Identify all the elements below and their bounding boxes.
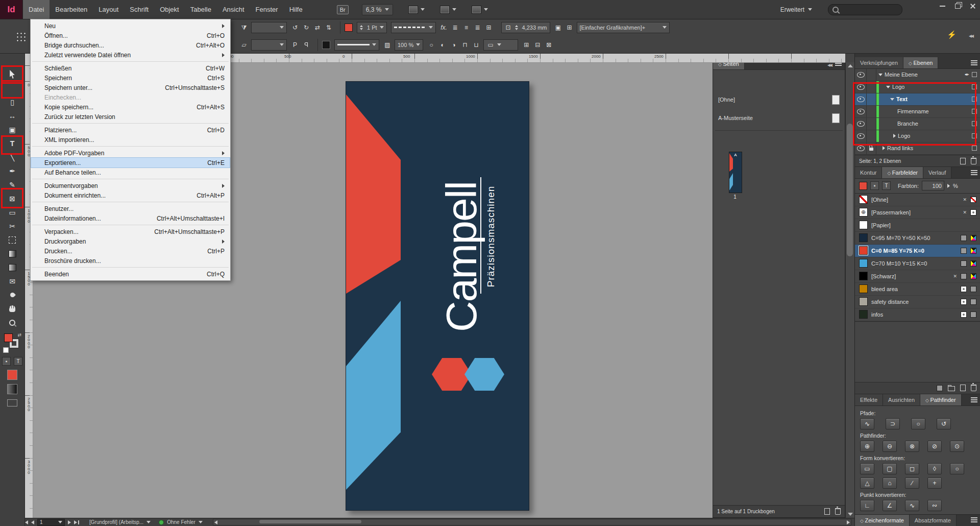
hand-tool[interactable]	[0, 302, 24, 316]
convert-plain-point-button[interactable]: ∟	[860, 500, 874, 511]
default-fill-stroke-icon[interactable]	[3, 347, 9, 353]
zoom-level-select[interactable]: 6,3 %	[362, 4, 394, 15]
distribute-icon[interactable]: ⊞	[485, 23, 493, 32]
free-transform-tool[interactable]	[0, 233, 24, 247]
bridge-button[interactable]: Br	[337, 5, 349, 14]
object-style-select[interactable]: [Einfacher Grafikrahmen]+	[577, 22, 670, 33]
chevron-down-icon[interactable]	[199, 521, 203, 523]
menu-hilfe[interactable]: Hilfe	[284, 0, 308, 19]
tab-farbfelder[interactable]: Farbfelder	[882, 167, 923, 178]
tint-field[interactable]: 100	[922, 181, 944, 190]
opacity-field[interactable]: 100 %	[395, 39, 423, 51]
menu-bearbeiten[interactable]: Bearbeiten	[50, 0, 93, 19]
horizontal-scroll-thumb[interactable]	[259, 520, 361, 523]
file-menu-item-zurueck-zur-letzten-version[interactable]: Zurück zur letzten Version	[31, 112, 230, 122]
shear-angle-select[interactable]	[251, 22, 287, 33]
tab-zeichenformate[interactable]: Zeichenformate	[855, 515, 910, 526]
stroke-style-select[interactable]	[334, 39, 379, 51]
close-path-button[interactable]: ○	[911, 418, 925, 429]
formatting-affects-text-button[interactable]: T	[882, 181, 891, 190]
file-menu-item-dokumentvorgaben[interactable]: Dokumentvorgaben	[31, 181, 230, 190]
restore-button[interactable]	[950, 0, 965, 12]
convert-smooth-point-button[interactable]: ∿	[905, 500, 919, 511]
horizontal-scrollbar[interactable]	[213, 519, 851, 525]
master-page-icon[interactable]	[832, 95, 840, 105]
last-page-button[interactable]	[74, 520, 79, 524]
fill-proxy-icon[interactable]	[4, 333, 13, 342]
formatting-affects-container-button[interactable]: ▪	[2, 357, 11, 366]
convert-to-ellipse-button[interactable]: ○	[950, 463, 964, 474]
convert-frame-icon[interactable]: ⊠	[545, 41, 553, 49]
swatch-row-blue[interactable]: C=70 M=10 Y=15 K=0	[855, 257, 980, 270]
search-input[interactable]	[828, 4, 902, 15]
rotate-ccw-icon[interactable]: ↺	[291, 23, 299, 32]
pen-tool[interactable]: ✒	[0, 164, 24, 178]
target-square-icon[interactable]	[972, 72, 977, 77]
convert-to-orthogonal-line-button[interactable]: +	[927, 477, 942, 489]
swatch-row-safety-distance[interactable]: safety distance	[855, 296, 980, 308]
collapse-panel-icon[interactable]: ◂◂	[969, 32, 973, 39]
convert-corner-point-button[interactable]: ∠	[883, 500, 897, 511]
arrange-documents-control[interactable]	[472, 6, 488, 14]
rotate-cw-icon[interactable]: ↻	[302, 23, 310, 32]
apply-color-button[interactable]	[7, 370, 17, 380]
file-menu-item-exportieren[interactable]: Exportieren...Ctrl+E	[31, 158, 230, 168]
scroll-down-icon[interactable]	[848, 513, 853, 516]
master-page-icon[interactable]	[832, 113, 840, 123]
file-menu-item-adobe-pdf-vorgaben[interactable]: Adobe PDF-Vorgaben	[31, 148, 230, 158]
blend-multiply-icon[interactable]: ◐	[438, 41, 447, 49]
panel-menu-icon[interactable]	[971, 60, 977, 65]
tab-ausrichten[interactable]: Ausrichten	[883, 394, 920, 405]
menu-schrift[interactable]: Schrift	[124, 0, 154, 19]
swatch-row-infos[interactable]: infos	[855, 308, 980, 321]
file-menu-item-xml-importieren[interactable]: XML importieren...	[31, 135, 230, 145]
pathfinder-exclude-overlap-button[interactable]: ⊘	[927, 441, 942, 452]
file-menu-item-zuletzt-verwendete[interactable]: Zuletzt verwendete Datei öffnen	[31, 50, 230, 60]
scissors-tool[interactable]: ✂	[0, 219, 24, 233]
file-menu-item-dateiinformationen[interactable]: Dateiinformationen...Ctrl+Alt+Umschaltta…	[31, 213, 230, 223]
eyedropper-tool[interactable]	[0, 288, 24, 302]
tab-effekte[interactable]: Effekte	[855, 394, 883, 405]
expand-arrow-icon[interactable]	[878, 74, 883, 76]
tab-ebenen[interactable]: Ebenen	[903, 57, 938, 68]
target-square-icon[interactable]	[972, 146, 977, 151]
stroke-color-swatch[interactable]	[322, 41, 330, 49]
page-thumbnail[interactable]: A	[729, 152, 742, 193]
align-right-icon[interactable]: ≣	[474, 23, 482, 32]
master-page-row[interactable]: [Ohne]	[713, 93, 845, 106]
swatch-row-papier[interactable]: [Papier]	[855, 219, 980, 232]
tab-pathfinder[interactable]: Pathfinder	[920, 394, 962, 405]
file-menu-item-auf-behance-teilen[interactable]: Auf Behance teilen...	[31, 168, 230, 177]
drop-shadow-icon[interactable]: ◑	[450, 41, 458, 49]
tab-verknuepfungen[interactable]: Verknüpfungen	[855, 57, 903, 68]
file-menu-item-broschuere-drucken[interactable]: Broschüre drucken...	[31, 256, 230, 266]
tagline-text[interactable]: Präzisionsmaschinen	[485, 175, 497, 298]
tab-kontur[interactable]: Kontur	[855, 167, 882, 178]
flip-horizontal-icon[interactable]: ⇄	[313, 23, 322, 32]
gradient-feather-tool[interactable]	[0, 260, 24, 274]
page-number-label[interactable]: 1	[729, 194, 741, 200]
tab-verlauf[interactable]: Verlauf	[923, 167, 951, 178]
formatting-affects-container-button[interactable]: ▪	[870, 181, 879, 190]
view-options-control[interactable]	[408, 6, 425, 14]
layer-row-meine-ebene[interactable]: Meine Ebene ✒	[855, 69, 980, 81]
scroll-left-icon[interactable]	[214, 520, 217, 524]
convert-symmetric-point-button[interactable]: ∾	[927, 500, 942, 511]
corner-radius-field[interactable]: ⊡ 4,233 mm	[501, 22, 550, 33]
file-menu-item-kopie-speichern[interactable]: Kopie speichern...Ctrl+Alt+S	[31, 102, 230, 112]
formatting-affects-text-button[interactable]: T	[14, 357, 22, 366]
join-path-button[interactable]: ∿	[860, 418, 874, 429]
swap-fill-stroke-icon[interactable]: ⇄	[17, 332, 21, 338]
lock-toggle[interactable]	[867, 69, 876, 81]
pathfinder-intersect-button[interactable]: ⊗	[905, 441, 919, 452]
previous-page-button[interactable]	[31, 520, 34, 524]
screen-mode-control[interactable]	[440, 6, 456, 14]
gradient-swatch-tool[interactable]	[0, 247, 24, 260]
content-collector-tool[interactable]: ▣	[0, 123, 24, 136]
menu-tabelle[interactable]: Tabelle	[185, 0, 217, 19]
scroll-right-icon[interactable]	[847, 520, 850, 524]
swatch-row-navy[interactable]: C=95 M=70 Y=50 K=50	[855, 232, 980, 245]
quick-apply-icon[interactable]: ⚡	[947, 30, 957, 39]
pathfinder-subtract-button[interactable]: ⊖	[883, 441, 897, 452]
effects-button[interactable]: fx.	[440, 23, 448, 32]
